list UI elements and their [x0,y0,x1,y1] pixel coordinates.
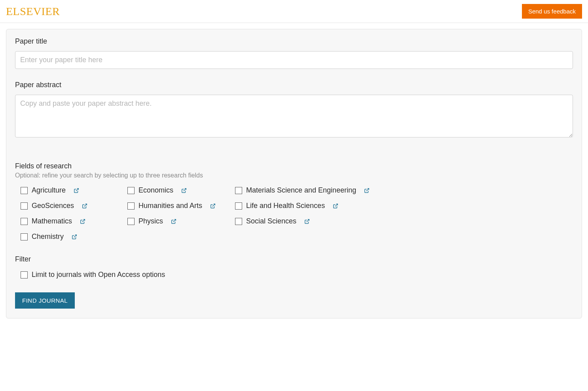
external-link-icon[interactable] [181,188,187,193]
external-link-icon[interactable] [333,203,338,209]
elsevier-logo: ELSEVIER [6,5,60,18]
field-checkbox[interactable] [127,218,135,225]
field-item: Humanities and Arts [127,202,235,210]
paper-abstract-group: Paper abstract [15,81,573,139]
field-checkbox[interactable] [235,202,242,210]
external-link-icon[interactable] [82,203,87,209]
field-item: GeoSciences [21,202,127,210]
svg-line-8 [307,219,309,221]
svg-line-3 [84,204,87,206]
svg-line-7 [173,219,176,221]
field-label[interactable]: Agriculture [32,186,66,195]
field-label[interactable]: Social Sciences [246,217,296,225]
field-item: Mathematics [21,217,127,225]
external-link-icon[interactable] [74,188,79,193]
svg-line-9 [74,235,76,237]
svg-line-4 [212,204,215,206]
fields-subtitle: Optional: refine your search by selectin… [15,172,573,179]
paper-title-group: Paper title [15,37,573,69]
paper-abstract-label: Paper abstract [15,81,573,89]
field-checkbox[interactable] [127,187,135,194]
field-checkbox[interactable] [235,218,242,225]
svg-line-0 [76,188,78,191]
open-access-filter: Limit to journals with Open Access optio… [15,271,573,279]
open-access-checkbox[interactable] [21,271,28,278]
field-label[interactable]: Physics [138,217,163,225]
main-container: Paper title Paper abstract Fields of res… [0,23,588,324]
field-item: Agriculture [21,186,127,195]
external-link-icon[interactable] [171,219,176,224]
field-checkbox[interactable] [21,187,28,194]
svg-line-5 [335,204,338,206]
field-item: Materials Science and Engineering [235,186,573,195]
paper-title-input[interactable] [15,51,573,69]
paper-abstract-textarea[interactable] [15,95,573,137]
external-link-icon[interactable] [80,219,85,224]
field-label[interactable]: GeoSciences [32,202,74,210]
fields-grid: AgricultureEconomicsMaterials Science an… [15,186,573,241]
field-label[interactable]: Materials Science and Engineering [246,186,356,195]
field-checkbox[interactable] [21,233,28,240]
filter-section: Filter Limit to journals with Open Acces… [15,255,573,279]
svg-line-6 [82,219,85,221]
field-item: Physics [127,217,235,225]
field-item: Chemistry [21,233,127,241]
field-item: Life and Health Sciences [235,202,573,210]
field-label[interactable]: Life and Health Sciences [246,202,325,210]
field-label[interactable]: Mathematics [32,217,72,225]
external-link-icon[interactable] [364,188,370,193]
open-access-label[interactable]: Limit to journals with Open Access optio… [32,271,165,279]
fields-title: Fields of research [15,162,573,170]
field-label[interactable]: Economics [138,186,173,195]
external-link-icon[interactable] [72,234,77,240]
fields-of-research-section: Fields of research Optional: refine your… [15,162,573,241]
find-journal-button[interactable]: FIND JOURNAL [15,292,75,309]
feedback-button[interactable]: Send us feedback [522,4,582,19]
svg-line-2 [366,188,369,191]
field-checkbox[interactable] [235,187,242,194]
field-label[interactable]: Chemistry [32,233,64,241]
external-link-icon[interactable] [304,219,310,224]
field-item: Social Sciences [235,217,573,225]
field-item: Economics [127,186,235,195]
field-checkbox[interactable] [127,202,135,210]
svg-line-1 [184,188,186,191]
filter-title: Filter [15,255,573,263]
form-card: Paper title Paper abstract Fields of res… [6,29,582,319]
header: ELSEVIER Send us feedback [0,0,588,23]
field-checkbox[interactable] [21,218,28,225]
external-link-icon[interactable] [210,203,216,209]
paper-title-label: Paper title [15,37,573,46]
field-label[interactable]: Humanities and Arts [138,202,202,210]
field-checkbox[interactable] [21,202,28,210]
